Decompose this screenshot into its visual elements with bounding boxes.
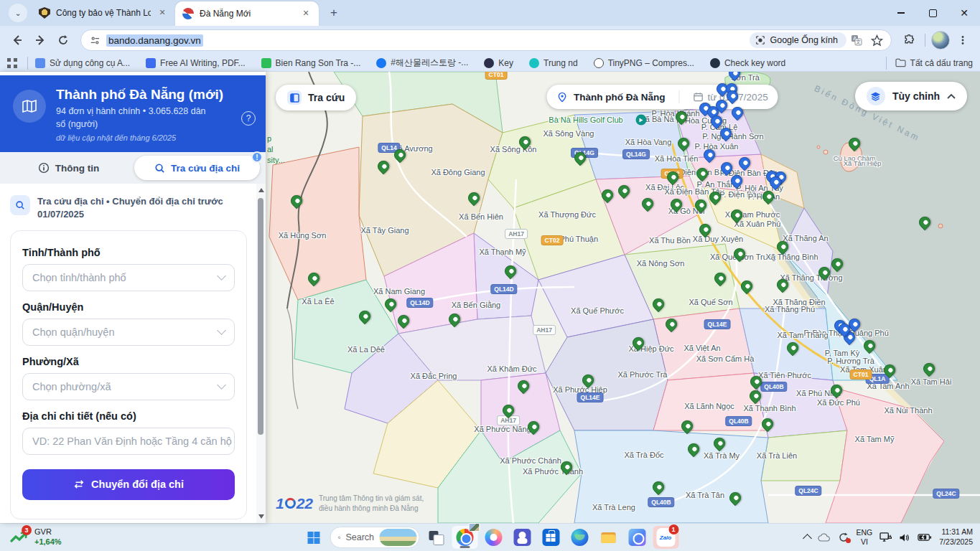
search-highlight-image[interactable] — [379, 529, 416, 546]
map-marker-green[interactable] — [650, 296, 667, 313]
translate-icon[interactable]: A文 — [846, 30, 867, 50]
map-marker-green[interactable] — [693, 197, 709, 214]
map-marker-green[interactable] — [697, 222, 714, 238]
tab-tra-cuu-dia-chi[interactable]: Tra cứu địa chỉ ! — [134, 156, 260, 180]
bookmark-item[interactable]: Free AI Writing, PDF... — [146, 58, 245, 68]
map-marker-green[interactable] — [650, 479, 667, 496]
tab-search-button[interactable]: ⌄ — [9, 4, 27, 22]
map-marker-green[interactable] — [396, 313, 412, 329]
map-marker-blue[interactable] — [701, 147, 718, 164]
scrollbar-thumb[interactable] — [258, 198, 263, 435]
map-marker-green[interactable] — [616, 183, 633, 199]
map-marker-green[interactable] — [503, 263, 519, 280]
tab-close-icon[interactable]: × — [157, 7, 168, 19]
map-marker-green[interactable] — [707, 189, 724, 206]
bookmark-item[interactable]: Sử dụng công cụ A... — [35, 58, 130, 68]
apps-grid-icon[interactable] — [7, 58, 17, 68]
map-marker-green[interactable] — [289, 193, 305, 209]
map-marker-green[interactable] — [760, 189, 777, 205]
district-select[interactable]: Chọn quận/huyện — [22, 319, 235, 346]
bookmark-item[interactable]: TinyPNG – Compres... — [594, 58, 694, 68]
back-button[interactable] — [7, 30, 27, 50]
ward-select[interactable]: Chọn phường/xã — [22, 373, 235, 400]
map-marker-green[interactable] — [862, 338, 878, 354]
taskbar-icon-store[interactable] — [538, 526, 564, 549]
clock[interactable]: 11:31 AM7/23/2025 — [939, 527, 973, 547]
map-marker-green[interactable] — [760, 416, 776, 433]
map-marker-green[interactable] — [921, 361, 938, 377]
map-marker-green[interactable] — [846, 136, 863, 152]
onedrive-cloud-icon[interactable] — [818, 533, 831, 542]
map-marker-green[interactable] — [580, 372, 597, 389]
map-marker-green[interactable] — [572, 150, 589, 166]
help-icon[interactable]: ? — [241, 111, 256, 126]
reload-button[interactable] — [53, 30, 73, 50]
taskbar-icon-zalo[interactable]: Zalo1 — [653, 526, 678, 549]
map-marker-green[interactable] — [747, 388, 764, 405]
map-marker-green[interactable] — [785, 340, 801, 357]
bookmark-item[interactable]: Check key word — [710, 58, 785, 68]
taskbar-search[interactable]: Search — [330, 527, 419, 548]
map-scope-chip[interactable]: Thành phố Đà Nẵng từ 01/07/2025 — [546, 85, 778, 109]
sidebar-scrollbar[interactable] — [256, 184, 266, 523]
map-marker-green[interactable] — [882, 362, 898, 379]
map-marker-green[interactable] — [668, 197, 685, 213]
bookmark-item[interactable]: #해산물레스토랑 -... — [376, 57, 468, 69]
taskbar-icon-chrome[interactable] — [452, 526, 477, 549]
tab-da-nang-moi[interactable]: Đà Nẵng Mới × — [175, 1, 319, 26]
map-marker-green[interactable] — [466, 190, 482, 207]
map-marker-green[interactable] — [829, 256, 846, 273]
map-marker-green[interactable] — [679, 418, 696, 435]
forward-button[interactable] — [30, 30, 50, 50]
browser-menu-icon[interactable] — [953, 30, 973, 50]
map-marker-green[interactable] — [676, 136, 692, 152]
map-marker-green[interactable] — [775, 239, 791, 255]
map-marker-green[interactable] — [686, 441, 702, 458]
map-marker-green[interactable] — [306, 270, 322, 287]
network-icon[interactable] — [879, 532, 892, 542]
map-marker-green[interactable] — [694, 166, 711, 182]
battery-icon[interactable] — [918, 533, 932, 542]
tab-thong-tin[interactable]: Thông tin — [6, 156, 131, 180]
window-maximize-button[interactable] — [917, 0, 948, 26]
map-marker-green[interactable] — [775, 277, 791, 293]
map-marker-green[interactable] — [640, 196, 656, 212]
bookmark-star-icon[interactable] — [867, 30, 887, 50]
bookmark-item[interactable]: Bien Rang Son Tra -... — [261, 58, 361, 68]
map-marker-blue[interactable] — [737, 155, 753, 171]
map-marker-green[interactable] — [711, 435, 728, 452]
map-lookup-button[interactable]: Tra cứu — [276, 85, 356, 110]
map-marker-green[interactable] — [559, 459, 575, 476]
taskbar-icon-photos[interactable] — [624, 526, 650, 549]
profile-avatar[interactable] — [931, 31, 950, 50]
taskbar-icon-edge[interactable] — [566, 526, 592, 549]
window-minimize-button[interactable] — [885, 0, 917, 26]
taskbar-icon-taskview[interactable] — [423, 526, 449, 549]
tab-close-icon[interactable]: × — [300, 8, 312, 19]
map-marker-green[interactable] — [727, 490, 744, 507]
tray-chevron-icon[interactable] — [803, 534, 812, 543]
map-marker-green[interactable] — [447, 311, 463, 328]
map-marker-green[interactable] — [526, 419, 542, 435]
map-marker-blue[interactable] — [729, 173, 745, 189]
stock-widget[interactable]: 3 GVR +1,64% — [0, 527, 144, 547]
window-close-button[interactable]: ✕ — [948, 0, 980, 26]
tab-thanh-long[interactable]: Công ty bảo vệ Thành Long - D × — [32, 0, 175, 26]
golf-club-icon[interactable] — [636, 115, 647, 126]
sync-icon[interactable] — [838, 532, 849, 542]
taskbar-icon-copilot[interactable] — [480, 526, 506, 549]
map-marker-green[interactable] — [748, 374, 765, 390]
bookmark-item[interactable]: Trung nd — [529, 58, 578, 68]
map-canvas[interactable]: Biển Đông Việt NamSơn TràP. Hòa KhánhBà … — [266, 72, 980, 523]
map-marker-blue[interactable] — [719, 160, 735, 176]
start-button[interactable] — [302, 527, 326, 548]
province-select[interactable]: Chọn tỉnh/thành phố — [22, 264, 235, 291]
speaker-icon[interactable] — [899, 533, 910, 542]
site-settings-icon[interactable] — [90, 35, 101, 46]
address-bar[interactable]: bando.danang.gov.vn Google Ống kính A文 — [80, 29, 892, 51]
map-customize-button[interactable]: Tùy chỉnh — [855, 82, 967, 110]
map-marker-green[interactable] — [732, 246, 748, 263]
map-marker-green[interactable] — [392, 147, 409, 164]
language-indicator[interactable]: ENGVI — [857, 528, 873, 546]
map-marker-blue[interactable] — [718, 126, 734, 142]
